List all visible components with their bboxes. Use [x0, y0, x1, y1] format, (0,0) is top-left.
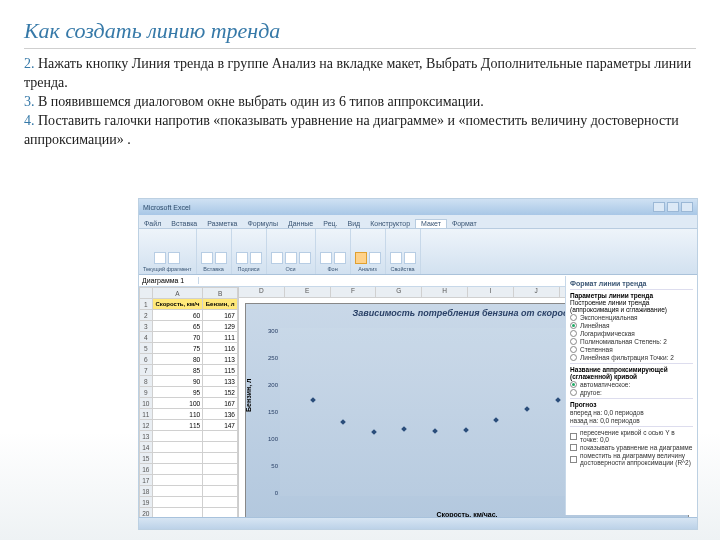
- ribbon-tabs: ФайлВставкаРазметкаФормулыДанныеРец.ВидК…: [139, 215, 697, 229]
- ribbon-group: Анализ: [351, 229, 386, 274]
- ribbon-tab[interactable]: Формат: [447, 220, 482, 228]
- minimize-button[interactable]: [653, 202, 665, 212]
- ribbon-tab[interactable]: Вставка: [166, 220, 202, 228]
- data-point: [371, 429, 377, 435]
- trendline-format-panel: Формат линии тренда Параметры линии трен…: [565, 276, 697, 515]
- ribbon-icon[interactable]: [236, 252, 248, 264]
- ribbon-group: Текущий фрагмент: [139, 229, 197, 274]
- radio-icon[interactable]: [570, 346, 577, 353]
- ribbon: Текущий фрагментВставкаПодписиОсиФонАнал…: [139, 229, 697, 275]
- ribbon-icon[interactable]: [285, 252, 297, 264]
- ribbon-icon[interactable]: [390, 252, 402, 264]
- data-point: [463, 427, 469, 433]
- data-point: [493, 417, 499, 423]
- radio-icon[interactable]: [570, 314, 577, 321]
- ribbon-group: Вставка: [197, 229, 232, 274]
- step-text: В появившемся диалоговом окне выбрать од…: [38, 94, 484, 109]
- ribbon-group: Свойства: [386, 229, 421, 274]
- panel-section: Параметры линии тренда: [570, 292, 693, 299]
- step-tail: аппроксимации» .: [24, 131, 696, 150]
- ribbon-icon[interactable]: [299, 252, 311, 264]
- checkbox-icon[interactable]: [570, 456, 577, 463]
- data-point: [310, 398, 316, 404]
- trend-type-option[interactable]: Логарифмическая: [570, 330, 693, 337]
- close-button[interactable]: [681, 202, 693, 212]
- panel-build: Построение линии тренда (аппроксимация и…: [570, 299, 693, 313]
- step-num: 4.: [24, 113, 35, 128]
- ribbon-icon[interactable]: [334, 252, 346, 264]
- data-grid[interactable]: AB1Скорость, км/чБензин, л26016736512947…: [139, 287, 239, 529]
- trend-type-option[interactable]: Степенная: [570, 346, 693, 353]
- status-bar: [139, 517, 697, 529]
- step-text: Поставить галочки напротив «показывать у…: [38, 113, 679, 128]
- trend-type-option[interactable]: Полиномиальная Степень: 2: [570, 338, 693, 345]
- trend-type-option[interactable]: Линейная: [570, 322, 693, 329]
- app-title: Microsoft Excel: [143, 204, 190, 211]
- maximize-button[interactable]: [667, 202, 679, 212]
- y-axis-label: Бензин, л: [245, 379, 252, 413]
- panel-title: Формат линии тренда: [570, 280, 693, 287]
- data-point: [555, 398, 561, 404]
- radio-icon[interactable]: [570, 381, 577, 388]
- ribbon-tab[interactable]: Файл: [139, 220, 166, 228]
- ribbon-group: Оси: [267, 229, 316, 274]
- ribbon-icon[interactable]: [404, 252, 416, 264]
- ribbon-icon[interactable]: [250, 252, 262, 264]
- slide-title: Как создать линию тренда: [24, 18, 696, 49]
- name-box[interactable]: Диаграмма 1: [139, 277, 199, 284]
- ribbon-icon[interactable]: [154, 252, 166, 264]
- ribbon-icon[interactable]: [271, 252, 283, 264]
- ribbon-icon[interactable]: [215, 252, 227, 264]
- checkbox-option[interactable]: поместить на диаграмму величину достовер…: [570, 452, 693, 466]
- radio-icon[interactable]: [570, 322, 577, 329]
- ribbon-tab[interactable]: Конструктор: [365, 220, 415, 228]
- panel-name: Название аппроксимирующей (сглаженной) к…: [570, 366, 693, 380]
- checkbox-option[interactable]: пересечение кривой с осью Y в точке: 0,0: [570, 429, 693, 443]
- ribbon-group: Подписи: [232, 229, 267, 274]
- ribbon-tab[interactable]: Вид: [342, 220, 365, 228]
- radio-icon[interactable]: [570, 389, 577, 396]
- ribbon-tab[interactable]: Рец.: [318, 220, 342, 228]
- radio-icon[interactable]: [570, 338, 577, 345]
- ribbon-tab[interactable]: Данные: [283, 220, 318, 228]
- radio-icon[interactable]: [570, 354, 577, 361]
- data-point: [340, 419, 346, 425]
- step-num: 3.: [24, 94, 35, 109]
- data-point: [432, 428, 438, 434]
- step-num: 2.: [24, 56, 35, 71]
- checkbox-option[interactable]: показывать уравнение на диаграмме: [570, 444, 693, 451]
- ribbon-icon[interactable]: [369, 252, 381, 264]
- window-titlebar: Microsoft Excel: [139, 199, 697, 215]
- checkbox-icon[interactable]: [570, 433, 577, 440]
- checkbox-icon[interactable]: [570, 444, 577, 451]
- panel-forecast: Прогноз: [570, 401, 693, 408]
- slide-body: 2. Нажать кнопку Линия тренда в группе А…: [24, 55, 696, 149]
- excel-screenshot: Microsoft Excel ФайлВставкаРазметкаФорму…: [138, 198, 698, 530]
- ribbon-icon[interactable]: [168, 252, 180, 264]
- ribbon-icon[interactable]: [320, 252, 332, 264]
- data-point: [402, 426, 408, 432]
- ribbon-tab[interactable]: Формулы: [243, 220, 283, 228]
- trend-type-option[interactable]: Экспоненциальная: [570, 314, 693, 321]
- step-text: Нажать кнопку Линия тренда в группе Анал…: [24, 56, 691, 90]
- radio-icon[interactable]: [570, 330, 577, 337]
- ribbon-group: Фон: [316, 229, 351, 274]
- ribbon-tab[interactable]: Макет: [415, 219, 447, 228]
- data-point: [524, 406, 530, 412]
- ribbon-tab[interactable]: Разметка: [202, 220, 242, 228]
- trendline-button[interactable]: [355, 252, 367, 264]
- trend-type-option[interactable]: Линейная фильтрация Точки: 2: [570, 354, 693, 361]
- ribbon-icon[interactable]: [201, 252, 213, 264]
